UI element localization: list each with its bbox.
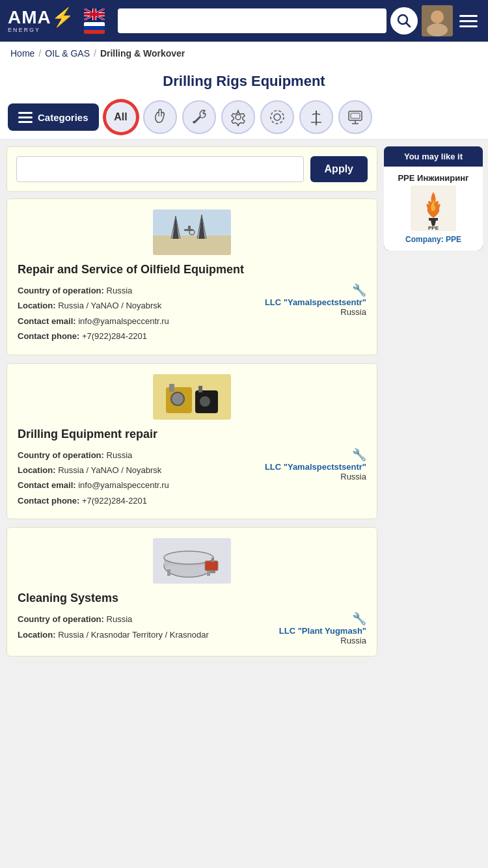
logo: AMA⚡ ENERGY (8, 8, 75, 33)
categories-hamburger-icon (18, 110, 33, 124)
company-country-2: Russia (265, 472, 366, 481)
listing-info-2: Country of operation: Russia Location: R… (18, 448, 257, 509)
listing-card-2: Drilling Equipment repair Country of ope… (7, 363, 377, 520)
company-link-2[interactable]: LLC "Yamalspectstsentr" (265, 462, 366, 472)
language-flags (84, 8, 105, 34)
company-link-1[interactable]: LLC "Yamalspectstsentr" (265, 297, 366, 307)
wrench-icon (190, 108, 208, 126)
listing-phone-2: Contact phone: +7(922)284-2201 (18, 493, 257, 508)
category-cog[interactable] (260, 100, 294, 134)
svg-point-14 (431, 11, 443, 23)
hamburger-line-3 (459, 25, 478, 27)
listing-location-1: Location: Russia / YaNAO / Noyabrsk (18, 298, 257, 313)
sidebar-widget-body: PPE Инжиниринг PPE (384, 167, 483, 251)
breadcrumb-oil-gas[interactable]: OIL & GAS (45, 48, 90, 59)
category-wrench[interactable] (182, 100, 216, 134)
listing-details-2: Country of operation: Russia Location: R… (18, 448, 366, 509)
hamburger-button[interactable] (457, 12, 480, 30)
crane-icon (307, 108, 325, 126)
listing-email-2: Contact email: info@yamalspeccentr.ru (18, 478, 257, 493)
filter-input[interactable] (16, 156, 304, 182)
breadcrumb-sep-2: / (94, 48, 96, 59)
svg-point-46 (200, 396, 210, 407)
svg-point-13 (427, 23, 448, 36)
breadcrumb-sep-1: / (38, 48, 41, 59)
category-crane[interactable] (299, 100, 333, 134)
search-button[interactable] (390, 7, 418, 34)
company-country-1: Russia (265, 307, 366, 317)
listing-info-3: Country of operation: Russia Location: R… (18, 612, 271, 642)
listing-card-1: Repair and Service of Oilfield Equipment… (7, 198, 377, 355)
hamburger-line-1 (459, 15, 478, 17)
company-link-3[interactable]: LLC "Plant Yugmash" (279, 626, 366, 636)
sidebar-logo[interactable]: PPE (411, 185, 456, 231)
company-icon-1: 🔧 (265, 283, 366, 297)
monitor-icon (346, 108, 364, 126)
hamburger-line-2 (459, 20, 478, 22)
listing-country-2: Country of operation: Russia (18, 448, 257, 463)
ppe-logo-image: PPE (411, 185, 456, 231)
header: AMA⚡ ENERGY (0, 0, 488, 42)
svg-rect-16 (18, 116, 33, 118)
listing-image-2 (153, 374, 231, 420)
uk-flag-icon (84, 8, 105, 20)
main-layout: Apply (0, 140, 488, 671)
breadcrumb-home[interactable]: Home (10, 48, 34, 59)
logo-sub: ENERGY (8, 27, 40, 33)
company-icon-3: 🔧 (279, 612, 366, 626)
page-title: Drilling Rigs Equipment (0, 65, 488, 95)
svg-rect-59 (429, 218, 438, 221)
flag-uk[interactable] (84, 8, 105, 20)
svg-rect-32 (153, 236, 231, 255)
logo-bolt: ⚡ (51, 7, 75, 27)
logo-text: AMA⚡ (8, 8, 75, 27)
svg-point-21 (236, 115, 241, 120)
svg-point-45 (171, 392, 184, 405)
listing-title-1[interactable]: Repair and Service of Oilfield Equipment (18, 263, 366, 277)
search-icon (397, 14, 411, 28)
category-all-label: All (114, 111, 127, 123)
oilfield-image (153, 210, 231, 255)
avatar[interactable] (422, 5, 453, 36)
listing-card-3: Cleaning Systems Country of operation: R… (7, 527, 377, 657)
listing-location-2: Location: Russia / YaNAO / Noyabrsk (18, 463, 257, 478)
listing-image-3 (153, 538, 231, 584)
gear-icon (229, 108, 247, 126)
sidebar: You may like it PPE Инжиниринг PPE (384, 146, 488, 251)
search-input[interactable] (118, 8, 386, 33)
category-monitor[interactable] (338, 100, 372, 134)
categories-button[interactable]: Categories (8, 103, 99, 131)
listing-phone-1: Contact phone: +7(922)284-2201 (18, 329, 257, 344)
company-icon-2: 🔧 (265, 448, 366, 462)
breadcrumb: Home / OIL & GAS / Drilling & Workover (0, 42, 488, 65)
svg-line-10 (407, 23, 411, 27)
avatar-image (422, 5, 453, 36)
svg-point-23 (271, 111, 284, 124)
sidebar-company-name: PPE Инжиниринг (390, 173, 476, 183)
avatar-icon (422, 5, 453, 36)
svg-rect-53 (167, 569, 170, 576)
category-all[interactable]: All (104, 100, 138, 134)
listing-location-3: Location: Russia / Krasnodar Territory /… (18, 627, 271, 642)
company-country-3: Russia (279, 636, 366, 645)
svg-rect-47 (169, 384, 174, 392)
category-gear[interactable] (221, 100, 255, 134)
sidebar-widget-header: You may like it (384, 146, 483, 167)
listing-details-3: Country of operation: Russia Location: R… (18, 612, 366, 645)
svg-text:PPE: PPE (428, 225, 439, 231)
sidebar-widget: You may like it PPE Инжиниринг PPE (384, 146, 483, 251)
svg-rect-56 (211, 558, 214, 562)
apply-button[interactable]: Apply (310, 156, 368, 182)
hand-icon (151, 108, 169, 126)
listing-company-1: 🔧 LLC "Yamalspectstsentr" Russia (265, 283, 366, 317)
flag-ru[interactable] (84, 22, 105, 34)
sidebar-company-label: Company: PPE (390, 235, 476, 244)
category-hand[interactable] (143, 100, 177, 134)
listing-title-2[interactable]: Drilling Equipment repair (18, 427, 366, 441)
filter-bar: Apply (7, 146, 377, 192)
listing-image-1 (153, 210, 231, 255)
listing-title-3[interactable]: Cleaning Systems (18, 591, 366, 605)
svg-rect-29 (351, 113, 360, 118)
listing-details-1: Country of operation: Russia Location: R… (18, 283, 366, 344)
listing-country-3: Country of operation: Russia (18, 612, 271, 627)
